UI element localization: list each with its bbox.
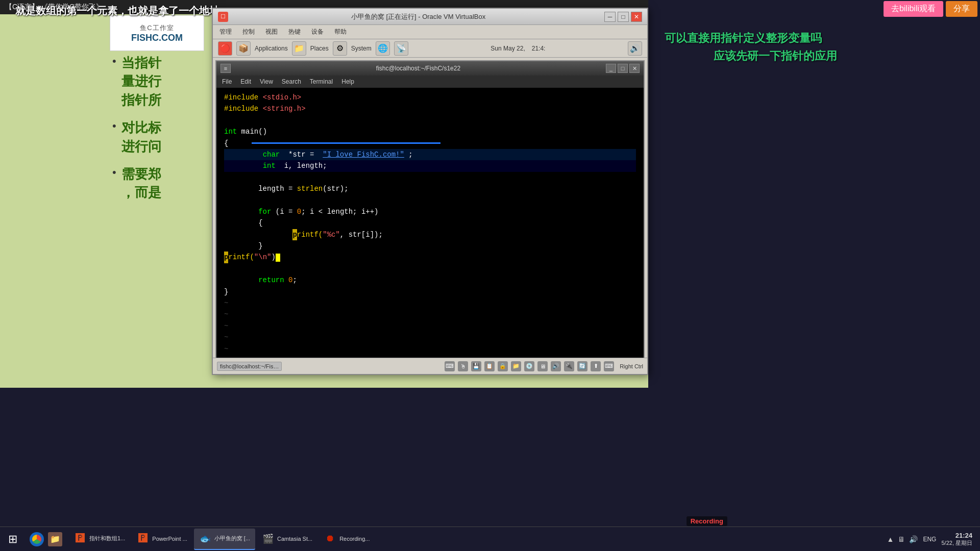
vbox-maximize[interactable]: □ <box>618 12 629 22</box>
code-area[interactable]: #include <stdio.h> #include <string.h> i… <box>216 88 644 370</box>
term-menu-search[interactable]: Search <box>279 77 304 86</box>
taskbar-item-ppt2[interactable]: 🅿 PowerPoint ... <box>132 529 192 550</box>
code-line-for: for (i = 0 ; i < length; i++) <box>224 206 636 217</box>
vm-menu-manage[interactable]: 管理 <box>215 27 236 37</box>
overlay-line2-1: 可以直接用指针定义整形变量吗 <box>665 31 822 46</box>
taskbar-item-vbox[interactable]: 🐟 小甲鱼的窝 [... <box>194 529 255 550</box>
bullet2-line2: 进行问 <box>121 137 161 156</box>
share-button[interactable]: 分享 <box>946 1 977 17</box>
bullet2-line1: 对比标 <box>121 118 161 137</box>
clock[interactable]: 21:24 5/22, 星期日 <box>941 532 972 547</box>
bullet1-line3: 指针所 <box>121 91 161 109</box>
virtualbox-window: ☐ 小甲鱼的窝 [正在运行] - Oracle VM VirtualBox ─ … <box>212 8 648 375</box>
term-menu-help[interactable]: Help <box>338 77 357 86</box>
terminal-taskbar-item[interactable]: fishc@localhost:~/Fis… <box>217 362 282 371</box>
vm-menu-help[interactable]: 帮助 <box>330 27 351 37</box>
vm-toolbar-system[interactable]: ⚙ <box>333 41 347 56</box>
status-icon-12: ⬆ <box>591 361 601 371</box>
code-line-blank3 <box>224 195 636 206</box>
taskbar-item-camtasia[interactable]: 🎬 Camtasia St... <box>257 529 317 550</box>
bullet1-line2: 量进行 <box>121 72 161 90</box>
status-icon-3: 💾 <box>471 361 481 371</box>
code-line-blank4 <box>224 263 636 274</box>
vm-menubar: 管理 控制 视图 热键 设备 帮助 <box>213 25 647 39</box>
vm-system-label: System <box>351 45 372 52</box>
vm-menu-control[interactable]: 控制 <box>238 27 259 37</box>
taskbar-item-ppt1[interactable]: 🅿 指针和数组1... <box>69 529 130 550</box>
status-icon-5: 🔒 <box>498 361 508 371</box>
taskbar: ⊞ 📁 🅿 指针和数组1... 🅿 PowerPoint ... 🐟 小甲鱼的窝… <box>0 527 980 551</box>
terminal-outer: ≡ fishc@localhost:~/FishC/s1e22 _ □ ✕ Fi… <box>213 58 647 374</box>
vbox-close[interactable]: ✕ <box>631 12 642 22</box>
vm-time-display: 21:4: <box>532 45 546 52</box>
vm-toolbar-icon-app: 🔴 <box>218 41 232 56</box>
status-icon-11: 🔄 <box>577 361 587 371</box>
vbox-minimize[interactable]: ─ <box>604 12 616 22</box>
tray-volume[interactable]: 🔊 <box>909 535 918 543</box>
vm-places-label: Places <box>310 45 329 52</box>
vm-date-display: Sun May 22, <box>491 45 525 52</box>
term-menu-view[interactable]: View <box>257 77 276 86</box>
vm-toolbar-web[interactable]: 🌐 <box>376 41 390 56</box>
terminal-window-controls: _ □ ✕ <box>606 64 640 73</box>
vbox-title: 小甲鱼的窝 [正在运行] - Oracle VM VirtualBox <box>232 12 604 21</box>
action-buttons: 去bilibili观看 分享 <box>884 1 980 17</box>
vm-menu-hotkey[interactable]: 热键 <box>284 27 305 37</box>
start-button[interactable]: ⊞ <box>0 527 26 552</box>
terminal-taskbar-label: fishc@localhost:~/Fis… <box>217 362 282 371</box>
overlay-line1: 就是数组的第一个元素，也就是拿了一个地址 <box>15 4 219 18</box>
language-indicator[interactable]: ENG <box>923 536 936 543</box>
code-line-close-main: } <box>224 286 636 297</box>
taskbar-items: 🅿 指针和数组1... 🅿 PowerPoint ... 🐟 小甲鱼的窝 [..… <box>66 529 879 550</box>
logo-line1: 鱼C工作室 <box>140 23 174 33</box>
code-line-for-close-brace: } <box>224 240 636 252</box>
term-menu-edit[interactable]: Edit <box>237 77 254 86</box>
blue-underline-annotation <box>252 142 440 144</box>
tray-network[interactable]: 🖥 <box>898 535 905 543</box>
status-icon-4: 📋 <box>484 361 495 371</box>
vm-toolbar-places[interactable]: 📁 <box>292 41 306 56</box>
vm-toolbar-extra[interactable]: 📡 <box>394 41 408 56</box>
code-line-printf-newline: p rintf( "\n" ) <box>224 252 636 263</box>
term-close[interactable]: ✕ <box>629 64 640 73</box>
code-line-main: int main() <box>224 126 636 137</box>
code-line-1: #include <stdio.h> <box>224 92 636 103</box>
tilde-1: ~ <box>224 297 636 309</box>
status-icon-6: 📁 <box>511 361 521 371</box>
overlay-line2-2: 应该先研一下指针的应用 <box>714 48 837 64</box>
bilibili-button[interactable]: 去bilibili观看 <box>884 1 943 17</box>
folder-icon[interactable]: 📁 <box>48 532 62 546</box>
status-icon-10: 🔌 <box>564 361 574 371</box>
vm-tray-icon1: 🔊 <box>628 41 642 56</box>
status-icon-8: 🖥 <box>537 361 548 371</box>
vm-toolbar: 🔴 📦 Applications 📁 Places ⚙ System 🌐 📡 S… <box>213 39 647 58</box>
status-icon-1: ⌨ <box>445 361 455 371</box>
recording-label: Recording <box>687 516 727 526</box>
tilde-5: ~ <box>224 343 636 355</box>
taskbar-label-recording: Recording... <box>339 536 370 542</box>
term-menu-file[interactable]: File <box>219 77 235 86</box>
tray-arrow[interactable]: ▲ <box>887 535 894 543</box>
bullet1-line1: 当指针 <box>121 54 161 72</box>
code-line-for-brace: { <box>224 217 636 229</box>
vm-toolbar-applications[interactable]: 📦 <box>236 41 251 56</box>
tilde-2: ~ <box>224 309 636 320</box>
logo-line2: FISHC.COM <box>131 33 183 43</box>
vm-menu-view[interactable]: 视图 <box>261 27 282 37</box>
taskbar-right: ▲ 🖥 🔊 ENG 21:24 5/22, 星期日 <box>879 532 980 547</box>
term-minimize[interactable]: _ <box>606 64 616 73</box>
taskbar-item-recording[interactable]: ⏺ Recording... <box>319 529 375 550</box>
vbox-window-controls: ─ □ ✕ <box>604 12 642 22</box>
code-line-return: return 0 ; <box>224 274 636 286</box>
terminal-controls: ≡ <box>220 64 231 73</box>
vbox-status-icons: ⌨ 🖱 💾 📋 🔒 📁 💿 🖥 🔊 🔌 🔄 ⬆ ⌨ Right Ctrl <box>445 361 643 371</box>
chrome-icon[interactable] <box>30 532 44 546</box>
term-btn-menu[interactable]: ≡ <box>220 64 231 73</box>
terminal-window: ≡ fishc@localhost:~/FishC/s1e22 _ □ ✕ Fi… <box>215 60 645 371</box>
cursor <box>276 254 280 262</box>
taskbar-label-ppt1: 指针和数组1... <box>89 535 125 542</box>
vm-menu-device[interactable]: 设备 <box>307 27 328 37</box>
term-maximize[interactable]: □ <box>618 64 628 73</box>
term-menu-terminal[interactable]: Terminal <box>307 77 336 86</box>
ppt-icon-2: 🅿 <box>137 533 149 545</box>
